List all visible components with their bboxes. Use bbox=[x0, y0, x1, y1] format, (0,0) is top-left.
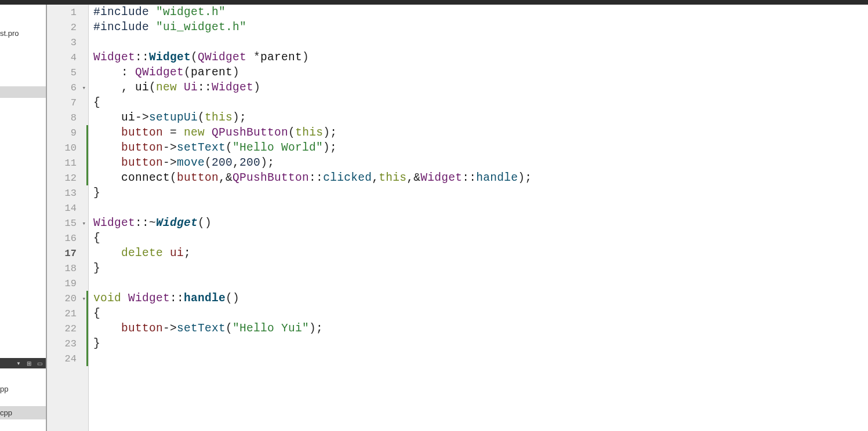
code-line[interactable]: } bbox=[93, 336, 868, 351]
gutter-line[interactable]: 8 bbox=[47, 110, 88, 125]
gutter-line[interactable]: 9 bbox=[47, 125, 88, 140]
gutter-line[interactable]: 17 bbox=[47, 246, 88, 261]
code-line[interactable]: Widget::~Widget() bbox=[93, 216, 868, 231]
fold-toggle-icon[interactable]: ▾ bbox=[82, 295, 86, 302]
code-editor[interactable]: 123456▾789101112131415▾1617181920▾212223… bbox=[46, 5, 868, 431]
code-line[interactable]: { bbox=[93, 306, 868, 321]
token-op: , bbox=[372, 171, 379, 184]
gutter-line[interactable]: 19 bbox=[47, 276, 88, 291]
open-file-item[interactable]: pp bbox=[0, 382, 46, 396]
gutter-line[interactable]: 1 bbox=[47, 5, 88, 20]
split-horizontal-icon[interactable]: ⊞ bbox=[25, 360, 33, 367]
gutter-line[interactable]: 22 bbox=[47, 321, 88, 336]
token-op: { bbox=[93, 96, 100, 109]
code-line[interactable]: : QWidget(parent) bbox=[93, 65, 868, 80]
code-line[interactable]: , ui(new Ui::Widget) bbox=[93, 80, 868, 95]
gutter-line[interactable]: 6▾ bbox=[47, 80, 88, 95]
token-op: ); bbox=[323, 141, 337, 154]
gutter-line[interactable]: 16 bbox=[47, 231, 88, 246]
gutter-line[interactable]: 5 bbox=[47, 65, 88, 80]
token-type: Widget bbox=[212, 81, 253, 94]
token-keyword: delete bbox=[121, 247, 163, 260]
change-marker bbox=[86, 336, 88, 351]
code-line[interactable]: } bbox=[93, 261, 868, 276]
line-number: 21 bbox=[65, 308, 77, 319]
gutter-line[interactable]: 21 bbox=[47, 306, 88, 321]
code-line[interactable]: connect(button,&QPushButton::clicked,thi… bbox=[93, 170, 868, 185]
gutter-line[interactable]: 20▾ bbox=[47, 291, 88, 306]
gutter-line[interactable]: 23 bbox=[47, 336, 88, 351]
gutter-line[interactable]: 15▾ bbox=[47, 216, 88, 231]
token-ident: connect bbox=[121, 171, 170, 184]
code-line[interactable]: button->setText("Hello World"); bbox=[93, 140, 868, 155]
gutter-line[interactable]: 11 bbox=[47, 155, 88, 170]
code-line[interactable]: button->move(200,200); bbox=[93, 155, 868, 170]
token-preproc: #include bbox=[93, 6, 149, 19]
token-funcbold: handle bbox=[184, 292, 226, 305]
token-var: button bbox=[121, 126, 163, 139]
token-func: setupUi bbox=[149, 111, 198, 124]
token-op: :: bbox=[462, 171, 476, 184]
code-line[interactable]: { bbox=[93, 231, 868, 246]
gutter-line[interactable]: 13 bbox=[47, 185, 88, 200]
line-number: 5 bbox=[71, 67, 77, 78]
line-number: 15 bbox=[65, 218, 77, 229]
gutter-line[interactable]: 4 bbox=[47, 50, 88, 65]
code-line[interactable]: button = new QPushButton(this); bbox=[93, 125, 868, 140]
token-op: :: bbox=[198, 81, 212, 94]
line-number: 3 bbox=[71, 37, 77, 48]
code-line[interactable] bbox=[93, 351, 868, 366]
code-line[interactable]: ui->setupUi(this); bbox=[93, 110, 868, 125]
token-op: { bbox=[93, 307, 100, 320]
token-type: Widget bbox=[93, 217, 135, 229]
gutter-line[interactable]: 18 bbox=[47, 261, 88, 276]
open-file-item[interactable]: cpp bbox=[0, 406, 46, 419]
gutter-line[interactable]: 12 bbox=[47, 170, 88, 185]
line-number: 2 bbox=[71, 22, 77, 33]
code-line[interactable]: { bbox=[93, 95, 868, 110]
code-line[interactable] bbox=[93, 200, 868, 216]
project-sidebar: st.pro ▼ ⊞ ▭ ppcpp bbox=[0, 5, 46, 431]
code-line[interactable]: void Widget::handle() bbox=[93, 291, 868, 306]
change-marker bbox=[86, 170, 88, 185]
split-vertical-icon[interactable]: ▭ bbox=[35, 360, 43, 367]
code-line[interactable]: #include "ui_widget.h" bbox=[93, 20, 868, 35]
gutter-line[interactable]: 24 bbox=[47, 351, 88, 366]
token-op bbox=[205, 126, 212, 139]
token-keyword: new bbox=[156, 81, 177, 94]
change-marker bbox=[86, 140, 88, 155]
code-line[interactable] bbox=[93, 35, 868, 50]
code-line[interactable]: } bbox=[93, 185, 868, 200]
token-number: 200 bbox=[239, 156, 260, 169]
change-marker bbox=[86, 291, 88, 306]
token-op bbox=[121, 292, 128, 305]
code-line[interactable] bbox=[93, 276, 868, 291]
code-line[interactable]: Widget::Widget(QWidget *parent) bbox=[93, 50, 868, 65]
gutter-line[interactable]: 7 bbox=[47, 95, 88, 110]
chevron-down-icon[interactable]: ▼ bbox=[14, 360, 23, 367]
token-op: () bbox=[198, 217, 212, 229]
gutter-line[interactable]: 14 bbox=[47, 200, 88, 216]
token-type: Widget bbox=[128, 292, 170, 305]
gutter-line[interactable]: 2 bbox=[47, 20, 88, 35]
fold-toggle-icon[interactable]: ▾ bbox=[82, 84, 86, 92]
sidebar-item[interactable] bbox=[0, 86, 46, 98]
fold-toggle-icon[interactable]: ▾ bbox=[82, 220, 86, 227]
token-op bbox=[163, 247, 170, 260]
token-op bbox=[93, 141, 121, 154]
token-op: ); bbox=[518, 171, 532, 184]
token-func: handle bbox=[476, 171, 518, 184]
gutter-line[interactable]: 3 bbox=[47, 35, 88, 50]
code-area[interactable]: #include "widget.h"#include "ui_widget.h… bbox=[89, 5, 868, 431]
code-line[interactable]: #include "widget.h" bbox=[93, 5, 868, 20]
line-number: 4 bbox=[71, 52, 77, 63]
line-number: 10 bbox=[65, 143, 77, 154]
change-marker bbox=[86, 321, 88, 336]
token-op: , bbox=[233, 156, 239, 169]
token-type: QPushButton bbox=[233, 171, 309, 184]
change-marker bbox=[86, 155, 88, 170]
code-line[interactable]: button->setText("Hello Yui"); bbox=[93, 321, 868, 336]
code-line[interactable]: delete ui; bbox=[93, 246, 868, 261]
sidebar-item[interactable]: st.pro bbox=[0, 27, 46, 40]
gutter-line[interactable]: 10 bbox=[47, 140, 88, 155]
